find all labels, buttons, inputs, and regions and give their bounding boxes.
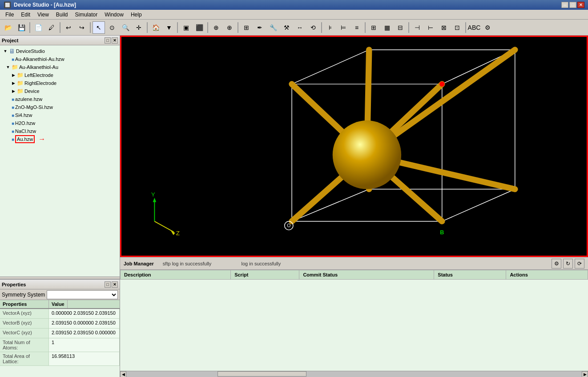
tree-label-au-alkanethiol-hzw: Au-Alkanethiol-Au.hzw	[15, 56, 64, 62]
tree-item-device[interactable]: ▶ 📁 Device	[2, 87, 118, 95]
toolbar-sym1[interactable]: ⊞	[367, 21, 380, 34]
toolbar-ext1[interactable]: ⊣	[411, 21, 423, 34]
toolbar-save[interactable]: 💾	[15, 21, 28, 34]
toolbar-sep-5	[177, 22, 178, 33]
menu-file[interactable]: File	[2, 11, 17, 19]
svg-text:O: O	[287, 223, 290, 228]
scroll-right-btn[interactable]: ▶	[582, 371, 588, 377]
toolbar-box2[interactable]: ⬛	[193, 21, 205, 34]
login-status-text: log in successfully	[242, 261, 281, 266]
toolbar-sep-6	[207, 22, 208, 33]
tree-item-au-alkanethiol-hzw[interactable]: ■ Au-Alkanethiol-Au.hzw	[2, 55, 118, 63]
job-refresh-btn[interactable]: ↻	[563, 259, 573, 269]
svg-text:Z: Z	[176, 230, 180, 237]
tree-label-leftelectrode: LeftElectrode	[24, 72, 53, 78]
tree-item-au[interactable]: ■ Au.hzw →	[2, 135, 118, 143]
minimize-button[interactable]: ─	[561, 2, 568, 8]
toolbar-select[interactable]: ↖	[93, 21, 105, 34]
toolbar-drop1[interactable]: ▼	[163, 21, 175, 34]
toolbar-misc[interactable]: ⚙	[481, 21, 494, 34]
project-tree[interactable]: ▼ 🖥 DeviceStudio ■ Au-Alkanethiol-Au.hzw…	[0, 45, 120, 277]
job-table-header: Description Script Commit Status Status …	[121, 270, 588, 280]
prop-val-3: 1	[49, 338, 120, 352]
menu-window[interactable]: Window	[101, 11, 127, 19]
file-icon-nacl: ■	[12, 129, 14, 134]
scroll-thumb[interactable]	[217, 371, 306, 377]
toolbar-align3[interactable]: ≡	[350, 21, 363, 34]
toolbar-lattice[interactable]: ⊞	[240, 21, 253, 34]
toolbar-home[interactable]: 🏠	[149, 21, 162, 34]
toolbar-tool3[interactable]: ⚒	[280, 21, 293, 34]
tree-expand-right: ▶	[11, 80, 16, 86]
prop-val-0: 0.000000 2.039150 2.039150	[49, 309, 120, 318]
toolbar-undo[interactable]: ↩	[62, 21, 75, 34]
project-restore-btn[interactable]: □	[105, 37, 111, 44]
menu-simulator[interactable]: Simulator	[72, 11, 101, 19]
prop-row-3: Total Num of Atoms: 1	[0, 338, 120, 352]
menu-build[interactable]: Build	[52, 11, 72, 19]
tree-item-zno[interactable]: ■ ZnO-MgO-Si.hzw	[2, 103, 118, 111]
devstudio-icon: 🖥	[9, 48, 15, 55]
toolbar-add-atom[interactable]: ⊕	[210, 21, 222, 34]
toolbar-ext3[interactable]: ⊠	[438, 21, 450, 34]
properties-close-btn[interactable]: ✕	[112, 281, 118, 288]
toolbar-ext2[interactable]: ⊢	[424, 21, 437, 34]
toolbar-sym3[interactable]: ⊟	[394, 21, 407, 34]
toolbar-abc[interactable]: ABC	[468, 21, 480, 34]
toolbar-tool5[interactable]: ⟲	[307, 21, 319, 34]
tree-item-azulene[interactable]: ■ azulene.hzw	[2, 95, 118, 103]
title-bar: 🔲 Device Studio - [Au.hzw] ─ □ ✕	[0, 0, 588, 10]
toolbar: 📂 💾 📄 🖊 ↩ ↪ ↖ ⊙ 🔍 ✛ 🏠 ▼ ▣ ⬛ ⊕ ⊕ ⊞ ✒ 🔧 ⚒ …	[0, 20, 588, 36]
tree-item-au-alkanethiol-au[interactable]: ▼ 📁 Au-Alkanethiol-Au	[2, 63, 118, 71]
menu-bar: File Edit View Build Simulator Window He…	[0, 10, 588, 20]
horizontal-scrollbar[interactable]: ◀ ▶	[120, 371, 588, 377]
toolbar-align1[interactable]: ⊧	[324, 21, 336, 34]
toolbar-add-bond[interactable]: ⊕	[223, 21, 236, 34]
prop-header: Properties Value	[0, 300, 120, 309]
menu-help[interactable]: Help	[127, 11, 145, 19]
symmetry-row: Symmetry System	[0, 289, 120, 300]
tree-item-leftelectrode[interactable]: ▶ 📁 LeftElectrode	[2, 71, 118, 79]
job-table-container[interactable]: Description Script Commit Status Status …	[120, 270, 588, 371]
toolbar-move[interactable]: ✛	[133, 21, 145, 34]
job-status-sftp: sftp log in successfully log in successf…	[163, 261, 552, 266]
symmetry-select[interactable]	[47, 290, 118, 299]
toolbar-redo[interactable]: ↪	[76, 21, 88, 34]
toolbar-ext4[interactable]: ⊡	[451, 21, 463, 34]
project-close-btn[interactable]: ✕	[112, 37, 118, 44]
prop-col-value: Value	[49, 300, 68, 308]
prop-key-1: VectorB (xyz)	[0, 319, 49, 328]
prop-key-0: VectorA (xyz)	[0, 309, 49, 318]
toolbar-tool1[interactable]: ✒	[254, 21, 266, 34]
scroll-track[interactable]	[126, 371, 582, 377]
toolbar-lasso[interactable]: ⊙	[106, 21, 118, 34]
project-label: Project	[2, 38, 18, 43]
tree-item-h2o[interactable]: ■ H2O.hzw	[2, 119, 118, 127]
toolbar-new[interactable]: 📄	[32, 21, 44, 34]
close-button[interactable]: ✕	[577, 2, 584, 8]
toolbar-sym2[interactable]: ▦	[381, 21, 393, 34]
tree-item-rightelectrode[interactable]: ▶ 📁 RightElectrode	[2, 79, 118, 87]
toolbar-align2[interactable]: ⊨	[337, 21, 350, 34]
toolbar-zoom[interactable]: 🔍	[119, 21, 132, 34]
viewport-3d[interactable]: Y Z O B	[120, 36, 588, 257]
toolbar-stamp[interactable]: 🖊	[45, 21, 58, 34]
tree-item-nacl[interactable]: ■ NaCl.hzw	[2, 127, 118, 135]
menu-edit[interactable]: Edit	[17, 11, 34, 19]
toolbar-tool4[interactable]: ↔	[294, 21, 306, 34]
folder-icon-device: 📁	[17, 88, 24, 94]
menu-view[interactable]: View	[34, 11, 52, 19]
tree-item-devstudio[interactable]: ▼ 🖥 DeviceStudio	[2, 47, 118, 55]
scroll-left-btn[interactable]: ◀	[120, 371, 126, 377]
properties-restore-btn[interactable]: □	[105, 281, 111, 288]
toolbar-open[interactable]: 📂	[2, 21, 14, 34]
toolbar-tool2[interactable]: 🔧	[267, 21, 279, 34]
tree-item-si4[interactable]: ■ Si4.hzw	[2, 111, 118, 119]
tree-expand-left: ▶	[11, 72, 16, 78]
prop-row-2: VectorC (xyz) 2.039150 2.039150 0.000000	[0, 329, 120, 338]
toolbar-box1[interactable]: ▣	[180, 21, 192, 34]
job-sync-btn[interactable]: ⟳	[575, 259, 584, 269]
maximize-button[interactable]: □	[569, 2, 576, 8]
folder-icon-left: 📁	[17, 72, 24, 78]
job-settings-btn[interactable]: ⚙	[552, 259, 561, 269]
